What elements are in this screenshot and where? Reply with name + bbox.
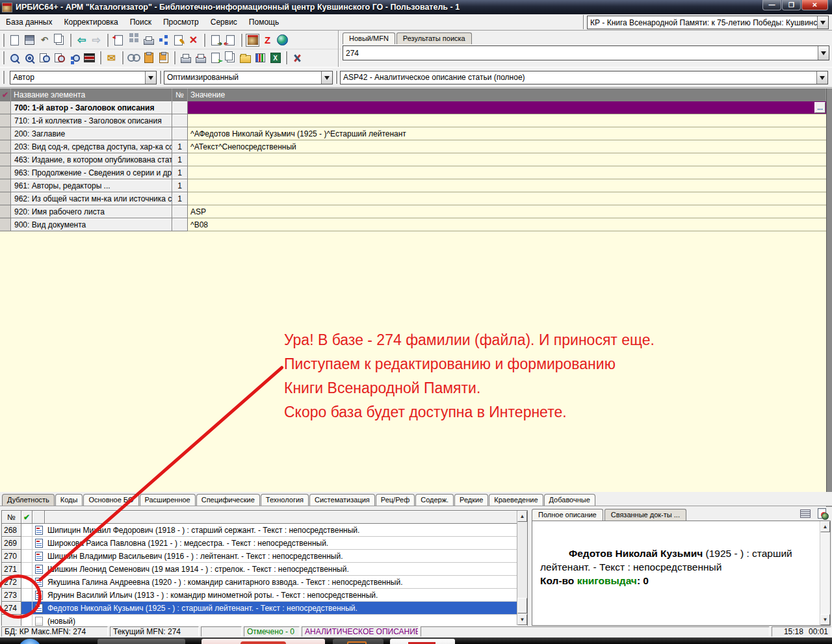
toolbar-grip[interactable] xyxy=(106,34,109,47)
z39-search-icon[interactable]: Z xyxy=(261,34,274,47)
field-value[interactable] xyxy=(188,114,826,127)
formats-icon[interactable] xyxy=(798,507,812,520)
worksheet-tab[interactable]: Специфические xyxy=(196,494,260,506)
field-check-cell[interactable] xyxy=(0,114,11,127)
export-record-icon[interactable] xyxy=(209,34,222,47)
import-record-icon[interactable] xyxy=(224,34,237,47)
record-entry-tab[interactable]: Новый/MFN xyxy=(343,32,395,44)
chevron-down-icon[interactable] xyxy=(321,71,332,84)
back-icon[interactable]: ⇦ xyxy=(75,34,88,47)
taskbar-button[interactable] xyxy=(202,639,325,644)
field-value[interactable]: ^АФедотов Николай Кузьмич (1925 - )^Еста… xyxy=(188,127,826,140)
export-document-icon[interactable] xyxy=(209,51,222,64)
chevron-down-icon[interactable] xyxy=(816,71,827,84)
send-mail-icon[interactable]: ✉ xyxy=(105,51,118,64)
toolbar-grip[interactable] xyxy=(285,51,287,64)
chevron-down-icon[interactable] xyxy=(818,46,829,60)
menu-item[interactable]: Сервис xyxy=(205,16,243,29)
toolbar-grip[interactable] xyxy=(203,34,205,47)
record-row[interactable]: 274Федотов Николай Кузьмич (1925 - ) : с… xyxy=(2,602,527,615)
field-value[interactable] xyxy=(188,153,826,166)
record-row[interactable]: 272Якушина Галина Андреевна (1920 - ) : … xyxy=(2,576,527,589)
worksheet-tab[interactable]: Редкие xyxy=(454,494,488,506)
scroll-down-icon[interactable]: ▼ xyxy=(820,614,830,625)
record-row[interactable]: 270Шишкин Владимир Васильевич (1916 - ) … xyxy=(2,550,527,563)
save-record-icon[interactable] xyxy=(23,34,36,47)
record-row[interactable]: 273Ярунин Василий Ильич (1913 - ) : кома… xyxy=(2,589,527,602)
field-check-cell[interactable] xyxy=(0,140,11,153)
field-value[interactable] xyxy=(188,166,826,179)
field-check-cell[interactable] xyxy=(0,166,11,179)
menu-item[interactable]: Просмотр xyxy=(157,16,205,29)
field-value[interactable]: ... xyxy=(188,101,826,114)
taskbar-button-irbis[interactable] xyxy=(390,639,455,644)
toolbar-grip[interactable] xyxy=(240,34,242,47)
menu-item[interactable]: База данных xyxy=(0,16,58,29)
tree-view-icon[interactable] xyxy=(157,34,170,47)
dictionary-icon[interactable] xyxy=(83,51,96,64)
clipboard-icon[interactable] xyxy=(157,51,170,64)
field-label[interactable]: 200: Заглавие xyxy=(11,127,172,140)
scroll-up-icon[interactable]: ▲ xyxy=(517,511,527,522)
worksheet-tab[interactable]: Систематизация xyxy=(309,494,375,506)
global-correction-icon[interactable] xyxy=(38,51,51,64)
field-label[interactable]: 463: Издание, в котором опубликована ста… xyxy=(11,153,172,166)
chevron-down-icon[interactable] xyxy=(817,16,828,29)
link-records-icon[interactable] xyxy=(127,51,140,64)
paste-record-icon[interactable] xyxy=(112,34,125,47)
close-button[interactable]: ✕ xyxy=(801,0,828,10)
record-check-cell[interactable] xyxy=(21,524,32,537)
worksheet-tab[interactable]: Рец/Реф xyxy=(376,494,415,506)
field-label[interactable]: 710: 1-й коллектив - Заголовок описания xyxy=(11,114,172,127)
settings-icon[interactable] xyxy=(291,51,304,64)
record-check-cell[interactable] xyxy=(21,537,32,550)
field-label[interactable]: 963: Продолжение - Сведения о серии и др… xyxy=(11,166,172,179)
author-select[interactable]: Автор xyxy=(10,71,157,84)
field-label[interactable]: 900: Вид документа xyxy=(11,218,172,231)
mfn-input[interactable] xyxy=(343,46,818,60)
copy-documents-icon[interactable] xyxy=(224,51,237,64)
record-row[interactable]: 268Шипицин Михаил Федорович (1918 - ) : … xyxy=(2,524,527,537)
minimize-button[interactable]: — xyxy=(762,0,781,10)
field-check-cell[interactable] xyxy=(0,218,11,231)
field-check-cell[interactable] xyxy=(0,101,11,114)
field-value[interactable] xyxy=(188,179,826,192)
field-value[interactable]: ASP xyxy=(188,205,826,218)
forward-icon[interactable]: ⇨ xyxy=(90,34,103,47)
field-value[interactable]: ^B08 xyxy=(188,218,826,231)
database-select[interactable]: КР - Книга Всенародной Памяти: к 75-лети… xyxy=(587,16,829,29)
delete-record-icon[interactable]: ✕ xyxy=(187,34,200,47)
record-list-scrollbar[interactable]: ▲ ▼ xyxy=(517,511,527,625)
toolbar-grip[interactable] xyxy=(121,51,124,64)
scroll-down-icon[interactable]: ▼ xyxy=(517,614,527,625)
restore-button[interactable]: ❐ xyxy=(782,0,801,10)
toolbar-grip[interactable] xyxy=(99,51,101,64)
menu-item[interactable]: Помощь xyxy=(243,16,285,29)
edit-record-icon[interactable] xyxy=(172,34,185,47)
irbis-logo-icon[interactable] xyxy=(246,34,259,47)
field-check-cell[interactable] xyxy=(0,127,11,140)
expand-field-button[interactable]: ... xyxy=(814,102,826,113)
undo-icon[interactable]: ↶ xyxy=(38,34,51,47)
view-record-icon[interactable] xyxy=(8,51,21,64)
detail-tab[interactable]: Связанные док-ты ... xyxy=(604,509,686,521)
print-record-icon[interactable] xyxy=(142,34,155,47)
chevron-down-icon[interactable] xyxy=(145,71,156,84)
field-value[interactable] xyxy=(188,192,826,205)
toolbar-grip[interactable] xyxy=(2,51,5,64)
title-bar[interactable]: ИРБИС64+ - АРМ "Каталогизатор" - Библиот… xyxy=(0,0,832,14)
toolbar-grip[interactable] xyxy=(2,34,5,47)
field-label[interactable]: 920: Имя рабочего листа xyxy=(11,205,172,218)
scrollbar-thumb[interactable] xyxy=(517,598,527,613)
record-check-cell[interactable] xyxy=(21,550,32,563)
statistics-icon[interactable] xyxy=(254,51,267,64)
record-entry-tab[interactable]: Результаты поиска xyxy=(396,32,472,44)
field-check-cell[interactable] xyxy=(0,205,11,218)
print-icon[interactable] xyxy=(179,51,192,64)
paste-clipboard-icon[interactable] xyxy=(142,51,155,64)
worksheet-tab[interactable]: Технология xyxy=(261,494,309,506)
field-label[interactable]: 962: Из общей части мн-ка или источника … xyxy=(11,192,172,205)
search-tree-icon[interactable] xyxy=(68,51,81,64)
print-document-icon[interactable] xyxy=(194,51,207,64)
export-web-icon[interactable] xyxy=(815,507,829,520)
